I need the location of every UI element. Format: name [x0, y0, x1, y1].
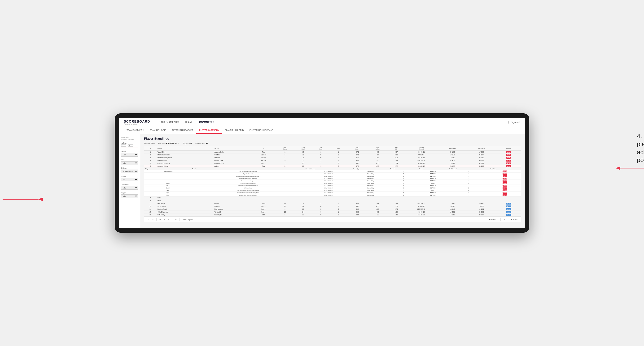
logo-area: SCOREBOARD Powered by clippd: [124, 120, 150, 125]
table-row-expanded[interactable]: 6 Jackson Koivun Auburn First 2 27 1 2 6…: [144, 165, 521, 168]
table-row[interactable]: 22 Ian Gilligan Florida Third 10 24 1 0 …: [144, 202, 521, 205]
col-rds: NoRds.: [312, 146, 330, 151]
annotation-4: 4. Hover over a player's points to see a…: [637, 132, 644, 164]
subnav-player-h2h-heatmap[interactable]: PLAYER H2H HEATMAP: [247, 127, 276, 134]
inner-table-row: Southern Highlands Collegiate NCAA Divis…: [144, 177, 521, 180]
main-content: Update time: 27/01/2024 16:56:26 No Rds.…: [119, 134, 525, 228]
nav-teams[interactable]: TEAMS: [185, 120, 194, 125]
points-badge-26[interactable]: 38.49: [506, 214, 511, 216]
gender-filter: Gender Men Women: [121, 151, 138, 157]
region-filter: Region N/A: [121, 175, 138, 181]
copy-icon[interactable]: ⧉: [164, 218, 165, 220]
no-rds-filter: No Rds. -: [121, 142, 138, 148]
table-row[interactable]: 23 Jack Lundin Missouri Fourth 11 24 0 1…: [144, 205, 521, 208]
table-row[interactable]: 1 Wenyi Ding Arizona State First 1 15 1 …: [144, 151, 521, 154]
region-select[interactable]: N/A: [121, 178, 138, 181]
no-rds-label: No Rds.: [121, 142, 138, 144]
table-row[interactable]: 5 Christo Lamprecht Georgia Tech Fourth …: [144, 162, 521, 165]
table-row[interactable]: 24 Bastien Amat New Mexico Fourth 1 27 2…: [144, 208, 521, 211]
inner-table-row: Luke L SEC Match Play hosted by Jerry Pa…: [144, 189, 521, 191]
points-badge-5[interactable]: 60.49: [506, 163, 511, 164]
gender-label: Gender: [121, 151, 138, 152]
tablet-wrapper: SCOREBOARD Powered by clippd TOURNAMENTS…: [78, 113, 566, 233]
col-player: Player: [156, 146, 214, 151]
tablet-screen: SCOREBOARD Powered by clippd TOURNAMENTS…: [119, 118, 525, 228]
redo-btn[interactable]: ↪: [152, 218, 154, 220]
app-logo: SCOREBOARD: [124, 120, 150, 123]
table-row[interactable]: 2 Michael La Sasso Ole Miss Second 1 18 …: [144, 154, 521, 156]
player-select[interactable]: (All): [121, 194, 138, 198]
watch-btn[interactable]: 👁 Watch ▾: [489, 218, 498, 220]
table-row[interactable]: 26 Petr Hruby Washington Fifth 7 23 0 1 …: [144, 213, 521, 216]
main-nav: TOURNAMENTS TEAMS COMMITTEE: [160, 120, 501, 125]
col-vs25: Vs Top 25: [438, 146, 467, 151]
table-header-row: # Player School Yr RegRank ConfRank NoRd…: [144, 146, 521, 151]
points-badge-1[interactable]: 88.2: [506, 151, 511, 153]
bottom-toolbar: ↩ ↪ ⚙ ⧉ ··· ⏱ View: Original 👁 Watch ▾: [144, 216, 521, 222]
col-reg-rank: RegRank: [276, 146, 294, 151]
points-badge-2[interactable]: 76.2: [506, 154, 511, 156]
subnav-team-h2h-heatmap[interactable]: TEAM H2H HEATMAP: [169, 127, 196, 134]
table-row[interactable]: 3 Michael Thorbjornsen Stanford Fourth 1…: [144, 156, 521, 159]
subnav-player-h2h-grid[interactable]: PLAYER H2H GRID: [222, 127, 246, 134]
expanded-events-row: Player Event Event Division Event Type R…: [144, 168, 521, 196]
inner-table-row: Jackson Koivun UNCW Seahawk Intercollegi…: [144, 170, 521, 173]
player-filter: Player (All): [121, 192, 138, 198]
rds-to-input[interactable]: [128, 144, 134, 147]
subnav-team-summary[interactable]: TEAM SUMMARY: [124, 127, 147, 134]
table-row[interactable]: 4 Luke Clanton Florida State Second 5 27…: [144, 159, 521, 162]
points-badge-22[interactable]: 40.58: [506, 203, 511, 204]
nav-committee[interactable]: COMMITTEE: [199, 120, 214, 125]
sign-out-btn[interactable]: Sign out: [510, 120, 520, 125]
subnav-team-h2h-grid[interactable]: TEAM H2H GRID: [147, 127, 169, 134]
inner-events-table: Player Event Event Division Event Type R…: [144, 168, 521, 196]
separator-4: [500, 218, 501, 221]
view-original-btn[interactable]: View: Original: [182, 219, 193, 220]
points-badge-6[interactable]: 58.18: [506, 165, 511, 167]
inner-table-row: Alex C Fallen Oak Collegiate Invitationa…: [144, 184, 521, 187]
more-icon[interactable]: ···: [168, 219, 169, 220]
points-badge-3[interactable]: 70.1: [506, 157, 511, 159]
col-rank: #: [144, 146, 156, 151]
clock-icon[interactable]: ⏱: [175, 219, 177, 220]
slider-fill: [121, 148, 138, 148]
sub-nav: TEAM SUMMARY TEAM H2H GRID TEAM H2H HEAT…: [119, 127, 525, 134]
points-badge-4[interactable]: 68.94: [506, 160, 511, 162]
filter-icon[interactable]: ⚙: [160, 218, 161, 220]
app-header: SCOREBOARD Powered by clippd TOURNAMENTS…: [119, 118, 525, 127]
filters-panel: Update time: 27/01/2024 16:56:26 No Rds.…: [119, 134, 140, 228]
division-select[interactable]: NCAA Division I: [121, 170, 138, 173]
col-vs50: Vs Top 50: [467, 146, 496, 151]
download-icon[interactable]: ⬇: [504, 218, 505, 220]
update-time: Update time: 27/01/2024 16:56:26: [121, 136, 138, 140]
share-btn[interactable]: ⬆ Share: [511, 218, 518, 220]
page-container: 4. Hover over a player's points to see a…: [10, 113, 634, 233]
col-points: Points: [496, 146, 521, 151]
separator-5: [508, 218, 508, 221]
year-select[interactable]: (All): [121, 161, 138, 165]
points-badge-25[interactable]: 39.95: [506, 211, 511, 213]
conference-select[interactable]: (All): [121, 186, 138, 190]
rds-from-input[interactable]: [121, 144, 126, 147]
table-row[interactable]: 25 Cole Sherwood Vanderbilt Fourth 12 24…: [144, 211, 521, 213]
inner-table-row: Mattl Mirabel Maui Jim Intercollegiate N…: [144, 194, 521, 196]
conference-filter: Conference (All): [121, 184, 138, 190]
undo-btn[interactable]: ↩: [148, 218, 149, 220]
rds-slider[interactable]: [121, 148, 138, 148]
col-to-par: Avgto-Par: [367, 146, 388, 151]
inner-header-row: Player Event Event Division Event Type R…: [144, 168, 521, 170]
points-badge-23[interactable]: 40.27: [506, 205, 511, 207]
player-label: Player: [121, 192, 138, 194]
tablet-frame: SCOREBOARD Powered by clippd TOURNAMENTS…: [115, 113, 529, 233]
standings-table: # Player School Yr RegRank ConfRank NoRd…: [144, 146, 521, 216]
points-badge-24[interactable]: 40.02: [506, 208, 511, 210]
gender-select[interactable]: Men Women: [121, 153, 138, 157]
col-conf-rank: ConfRank: [294, 146, 312, 151]
subnav-player-summary[interactable]: PLAYER SUMMARY: [196, 127, 222, 134]
nav-tournaments[interactable]: TOURNAMENTS: [160, 120, 179, 125]
separator-2: [172, 218, 172, 221]
col-school: School: [214, 146, 252, 151]
arrow-right-svg: [611, 161, 644, 175]
separator-icon: |: [508, 121, 509, 124]
filter-info-row: Gender: Men Division: NCAA Division I Re…: [144, 142, 521, 144]
